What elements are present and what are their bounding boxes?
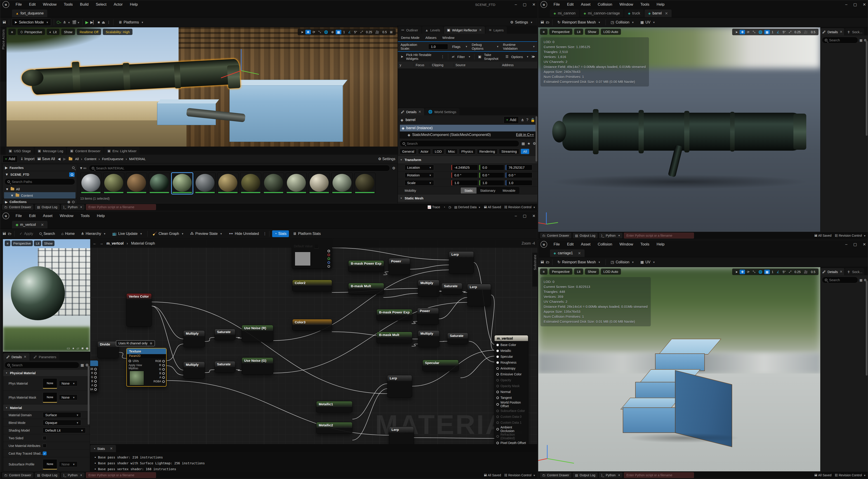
menu-item[interactable]: Edit [26, 1, 39, 8]
material-asset-thumbnail[interactable] [331, 173, 352, 194]
menu-item[interactable]: Window [616, 1, 636, 8]
material-input-pin[interactable] [496, 442, 499, 444]
rotation-snap-value[interactable]: 5° [781, 30, 787, 34]
add-component-button[interactable]: +Add [504, 116, 519, 124]
mobility-option[interactable]: Static [461, 187, 476, 194]
menu-item[interactable]: Help [94, 213, 108, 219]
apply-button[interactable]: ✓Apply [17, 230, 35, 237]
maximize-viewport-icon[interactable]: ⊞ [389, 30, 394, 34]
menu-item[interactable]: Tools [637, 241, 653, 247]
hide-unrelated-button[interactable]: 👓Hide Unrelated [226, 230, 261, 237]
menu-item[interactable]: Window [40, 1, 60, 8]
more-icon[interactable]: ⋮ [263, 232, 267, 236]
graph-node[interactable]: B-mask Mult [377, 332, 412, 343]
section-static-mesh[interactable]: ▼Static Mesh [398, 195, 537, 202]
crumb-material[interactable]: MATERIAL [129, 157, 146, 161]
material-input-pin[interactable] [496, 350, 499, 352]
all-saved-button[interactable]: 🖬 All Saved [484, 473, 501, 477]
graph-node[interactable]: B-mask Power Exp [377, 309, 412, 321]
graph-node[interactable]: Multiply [418, 331, 439, 347]
browse-icon[interactable]: 🗁 [8, 232, 11, 236]
save-icon[interactable]: 🖬 [2, 20, 6, 24]
tab-fort-duquesne[interactable]: ▲ fort_duquesne [12, 9, 47, 17]
world-space-icon[interactable]: 🌐 [757, 30, 764, 34]
domain-dropdown[interactable]: Surface▼ [43, 412, 81, 418]
minimize-icon[interactable]: – [845, 242, 847, 247]
realtime-toggle[interactable]: Realtime Off [77, 29, 101, 35]
play-icon[interactable]: ▶ [86, 20, 89, 25]
filter-chip[interactable]: Misc [445, 148, 458, 154]
rotation-snap-icon[interactable]: ∠ [347, 30, 352, 34]
filter-chip[interactable]: Rendering [477, 148, 498, 154]
tab-m-vertcol[interactable]: ◉ m_vertcol ✕ [12, 221, 48, 229]
blueprint-convert-icon[interactable]: ⋔ [521, 118, 524, 122]
camera-speed-value[interactable]: 0.5 [381, 30, 388, 34]
camera-speed-icon[interactable]: 🎥 [802, 270, 809, 274]
ssp-none-thumb[interactable]: None [43, 459, 57, 470]
tree-item[interactable]: ▼Content [4, 192, 75, 199]
col-source[interactable]: Source [454, 63, 500, 67]
z-field[interactable]: 1.0 [506, 180, 532, 185]
scene-label[interactable]: SCENE_FTD [10, 173, 29, 176]
menu-item[interactable]: Tools [61, 1, 76, 8]
reflector-list[interactable] [398, 68, 537, 109]
cmd-dropdown[interactable]: ⟩_Python▼ [61, 473, 85, 478]
material-input-pin[interactable] [496, 403, 499, 406]
texture-output-pin[interactable] [162, 372, 165, 375]
drawer-tab[interactable]: ▣Env. Light Mixer [104, 147, 140, 155]
select-tool-icon[interactable]: ➤ [300, 30, 305, 34]
content-drawer-button[interactable]: 🗀Content Drawer [540, 233, 571, 238]
two-sided-checkbox[interactable] [43, 436, 46, 440]
col-clipping[interactable]: Clipping [430, 63, 454, 67]
scale-tool-icon[interactable]: ⤡ [751, 30, 756, 34]
show-dropdown[interactable]: Show [585, 29, 599, 35]
menu-item[interactable]: Window [616, 241, 636, 247]
drawer-tab[interactable]: ▣USD Stage [6, 147, 34, 155]
asset-tab[interactable]: ◈mi_cannon✕ [550, 9, 579, 17]
col-address[interactable]: Address [500, 63, 537, 67]
close-icon[interactable]: ✕ [578, 251, 581, 255]
all-saved-button[interactable]: 🖬 All Saved [484, 205, 501, 209]
menu-item[interactable]: Asset [578, 241, 594, 247]
graph-node-clipped[interactable]: RGBRGBARGBA [90, 360, 98, 392]
filter-dropdown[interactable]: Filter [457, 55, 465, 59]
viewport-options-icon[interactable]: ≡ [540, 269, 548, 275]
import-button[interactable]: ⇓ Import [20, 157, 35, 161]
minimize-icon[interactable]: – [515, 2, 517, 7]
grid-snap-value[interactable]: 1 [770, 30, 775, 34]
tab-world-settings[interactable]: 🌐World Settings [425, 108, 459, 115]
mobility-option[interactable]: Stationary [476, 187, 499, 194]
texture-output-pin[interactable] [162, 360, 165, 363]
move-tool-icon[interactable]: ✥ [740, 270, 745, 274]
tree-item[interactable]: ▼All [4, 186, 75, 192]
z-field[interactable]: 76.252317 [506, 165, 532, 170]
filter-chip[interactable]: Streaming [499, 148, 519, 154]
filter-chip[interactable]: Actor [418, 148, 431, 154]
path-search-toggle[interactable] [69, 172, 74, 177]
graph-node[interactable]: Use Noise (R) [242, 325, 273, 342]
material-asset-thumbnail[interactable] [309, 173, 330, 194]
material-asset-thumbnail[interactable] [194, 173, 216, 194]
pick-widgets-button[interactable]: Pick Hit-Testable Widgets [406, 53, 438, 61]
cmd-dropdown[interactable]: ⟩_Python▼ [599, 473, 623, 478]
menu-item[interactable]: File [12, 1, 25, 8]
menu-item[interactable]: Asset [40, 213, 56, 219]
tab-layers[interactable]: ≋Layers [486, 26, 507, 34]
tab-details[interactable]: 🖉Details✕ [398, 108, 424, 115]
close-icon[interactable]: ✕ [840, 30, 843, 34]
material-asset-thumbnail[interactable] [172, 173, 193, 194]
material-input-pin[interactable] [496, 435, 499, 438]
graph-node[interactable]: Use Noise (G) [242, 357, 273, 374]
material-input-pin[interactable] [496, 428, 499, 431]
lod-dropdown[interactable]: LOD Auto [601, 29, 621, 35]
section-material[interactable]: ▼Material [3, 405, 90, 411]
x-field[interactable]: 0.0 ° [452, 172, 478, 178]
graph-node[interactable]: Divide [97, 341, 119, 358]
save-icon[interactable]: 🖬 [2, 232, 6, 236]
options-dropdown[interactable]: Options [511, 55, 523, 59]
more-icon[interactable]: ⋮ [441, 55, 444, 59]
material-asset-thumbnail[interactable] [286, 173, 307, 194]
graph-node[interactable]: Saturate [447, 333, 468, 344]
search-button[interactable]: Search [37, 230, 57, 237]
material-asset-thumbnail[interactable] [103, 173, 124, 194]
